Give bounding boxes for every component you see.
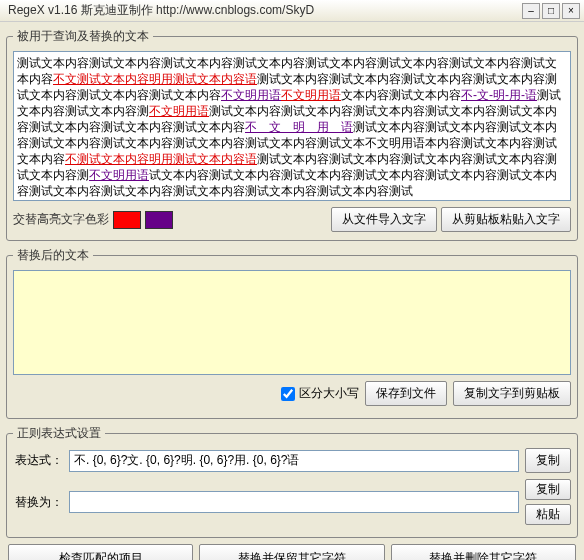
check-matches-button[interactable]: 检查匹配的项目: [8, 544, 193, 560]
source-textarea[interactable]: 测试文本内容测试文本内容测试文本内容测试文本内容测试文本内容测试文本内容测试文本…: [13, 51, 571, 201]
window-title: RegeX v1.16 斯克迪亚制作 http://www.cnblogs.co…: [4, 2, 520, 19]
close-button[interactable]: ×: [562, 3, 580, 19]
paste-clipboard-button[interactable]: 从剪贴板粘贴入文字: [441, 207, 571, 232]
copy-repl-button[interactable]: 复制: [525, 479, 571, 500]
replace-keep-button[interactable]: 替换并保留其它字符: [199, 544, 384, 560]
highlighted-match[interactable]: 不文测试文本内容明用测试文本内容语: [53, 72, 257, 86]
highlighted-match[interactable]: 不测试文本内容明用测试文本内容语: [65, 152, 257, 166]
highlighted-match[interactable]: 不-文-明-用-语: [461, 88, 537, 102]
case-sensitive-input[interactable]: [281, 387, 295, 401]
save-file-button[interactable]: 保存到文件: [365, 381, 447, 406]
highlighted-match[interactable]: 不文明用语: [221, 88, 281, 102]
color-swatch-red[interactable]: [113, 211, 141, 229]
source-legend: 被用于查询及替换的文本: [13, 28, 153, 45]
paste-repl-button[interactable]: 粘贴: [525, 504, 571, 525]
replace-remove-button[interactable]: 替换并删除其它字符: [391, 544, 576, 560]
copy-clipboard-button[interactable]: 复制文字到剪贴板: [453, 381, 571, 406]
highlighted-match[interactable]: 不 文 明 用 语: [245, 120, 353, 134]
repl-input[interactable]: [69, 491, 519, 513]
regex-group: 正则表达式设置 表达式： 复制 替换为： 复制 粘贴: [6, 425, 578, 538]
color-swatch-purple[interactable]: [145, 211, 173, 229]
expr-label: 表达式：: [13, 452, 63, 469]
regex-legend: 正则表达式设置: [13, 425, 105, 442]
case-sensitive-label: 区分大小写: [299, 385, 359, 402]
minimize-button[interactable]: –: [522, 3, 540, 19]
source-group: 被用于查询及替换的文本 测试文本内容测试文本内容测试文本内容测试文本内容测试文本…: [6, 28, 578, 241]
repl-label: 替换为：: [13, 494, 63, 511]
highlighted-match[interactable]: 不文明用语: [149, 104, 209, 118]
expr-input[interactable]: [69, 450, 519, 472]
swap-colors-label: 交替高亮文字色彩: [13, 211, 109, 228]
case-sensitive-checkbox[interactable]: 区分大小写: [281, 385, 359, 402]
import-file-button[interactable]: 从文件导入文字: [331, 207, 437, 232]
highlighted-match[interactable]: 不文明用语: [89, 168, 149, 182]
replaced-textarea[interactable]: [13, 270, 571, 375]
highlighted-match[interactable]: 不文明用语: [281, 88, 341, 102]
maximize-button[interactable]: □: [542, 3, 560, 19]
replaced-group: 替换后的文本 区分大小写 保存到文件 复制文字到剪贴板: [6, 247, 578, 419]
copy-expr-button[interactable]: 复制: [525, 448, 571, 473]
titlebar: RegeX v1.16 斯克迪亚制作 http://www.cnblogs.co…: [0, 0, 584, 22]
replaced-legend: 替换后的文本: [13, 247, 93, 264]
